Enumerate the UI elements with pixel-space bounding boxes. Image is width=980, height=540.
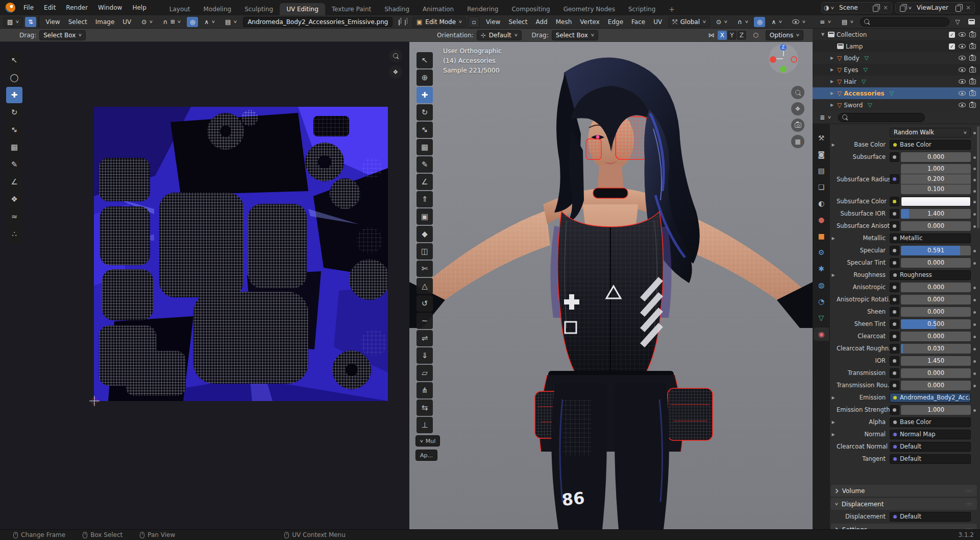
world-tab-icon[interactable]: ● <box>814 213 829 226</box>
vp-menu-mesh[interactable]: Mesh <box>552 18 576 26</box>
grab-icon[interactable]: ❖ <box>6 191 22 207</box>
property-link-field[interactable]: Default <box>890 442 971 452</box>
axis-z-handle[interactable]: Z <box>780 44 787 51</box>
outliner-row-body[interactable]: ▶▽Body▽ <box>813 52 980 64</box>
checkbox-toggle-icon[interactable]: ✓ <box>949 32 955 38</box>
material-tab-icon[interactable]: ◉ <box>814 327 829 341</box>
edge-slide-icon[interactable]: ⇌ <box>416 330 433 346</box>
property-slider[interactable]: 0.000 <box>901 381 971 390</box>
socket-decorator[interactable] <box>890 405 899 415</box>
outliner-row-eyes[interactable]: ▶▽Eyes▽ <box>813 64 980 76</box>
copy-scene-icon[interactable] <box>873 6 878 12</box>
camera-view-icon[interactable] <box>791 119 804 132</box>
property-dropdown[interactable]: Random Walk∨ <box>890 128 971 137</box>
properties-display-dropdown[interactable]: ≣∨ <box>816 112 835 123</box>
annotate-icon[interactable]: ✎ <box>416 156 433 173</box>
copy-viewlayer-icon[interactable] <box>955 6 961 12</box>
zoom-icon[interactable] <box>791 86 804 99</box>
vector-component[interactable]: 0.200 <box>901 174 971 184</box>
filter-funnel-icon[interactable]: ▽ <box>952 17 963 27</box>
browse-image-dropdown[interactable]: ▤∨ <box>221 17 241 27</box>
shear-icon[interactable]: ▱ <box>416 365 433 381</box>
vertex-mode-icon[interactable]: ▫ <box>469 17 480 27</box>
outliner-row-hair[interactable]: ▶▽Hair▽ <box>813 76 980 87</box>
socket-decorator[interactable] <box>890 209 899 219</box>
viewport-canvas[interactable]: 86 User Orthographic (14) Accessories Sa… <box>409 42 813 529</box>
transform-icon[interactable]: ▦ <box>6 139 22 155</box>
expander-icon[interactable]: ▶ <box>829 56 835 60</box>
expander-right-icon[interactable]: ▶ <box>830 420 837 425</box>
vector-component[interactable]: 0.100 <box>901 184 971 194</box>
eye-toggle-icon[interactable] <box>959 56 966 60</box>
property-slider[interactable]: 0.000 <box>901 307 971 317</box>
tab-scripting[interactable]: Scripting <box>622 3 662 15</box>
outliner-search-input[interactable] <box>860 17 949 27</box>
tab-uv-editing[interactable]: UV Editing <box>280 3 325 15</box>
property-link-field[interactable]: Andromeda_Body2_Acc... <box>890 393 971 403</box>
property-slider[interactable]: 1.000 <box>901 405 971 415</box>
property-link-field[interactable]: Metallic <box>890 233 971 243</box>
snap-projection-icon[interactable]: ⬡ <box>750 30 762 40</box>
eye-toggle-icon[interactable] <box>959 67 966 72</box>
animate-decorator[interactable] <box>971 406 978 413</box>
camera-toggle-icon[interactable] <box>969 79 976 84</box>
uv-menu-image[interactable]: Image <box>91 18 119 26</box>
new-collection-icon[interactable] <box>966 17 977 27</box>
camera-toggle-icon[interactable] <box>969 44 976 49</box>
tab-layout[interactable]: Layout <box>163 3 197 15</box>
animate-decorator[interactable] <box>971 296 978 303</box>
axis-y-handle[interactable] <box>780 66 787 73</box>
expander-icon[interactable]: ▶ <box>829 91 835 96</box>
move-icon[interactable]: ✚ <box>6 87 22 103</box>
navigation-gizmo[interactable]: Z <box>769 44 798 74</box>
menu-edit[interactable]: Edit <box>39 2 61 13</box>
measure-icon[interactable]: ∠ <box>416 174 433 190</box>
animate-decorator[interactable] <box>971 259 978 266</box>
socket-decorator[interactable] <box>890 332 899 341</box>
vp-menu-select[interactable]: Select <box>504 18 531 26</box>
falloff-dropdown[interactable]: ∧∨ <box>767 17 786 27</box>
outliner-display-dropdown[interactable]: ≡∨ <box>816 17 835 27</box>
property-slider[interactable]: 0.000 <box>901 221 971 231</box>
modifiers-tab-icon[interactable]: ⚙ <box>814 246 829 259</box>
uv-snap-dropdown[interactable]: ∩⊞∨ <box>159 17 185 27</box>
vp-menu-uv[interactable]: UV <box>649 18 666 26</box>
camera-toggle-icon[interactable] <box>969 32 976 37</box>
measure-icon[interactable]: ∠ <box>6 174 22 190</box>
socket-decorator[interactable] <box>890 356 899 366</box>
expander-right-icon[interactable]: ▶ <box>830 432 837 437</box>
property-link-field[interactable]: Base Color <box>890 140 971 150</box>
socket-decorator[interactable] <box>890 381 899 390</box>
mirror-axis-y[interactable]: Y <box>727 31 737 40</box>
physics-tab-icon[interactable]: ◍ <box>814 278 829 292</box>
render-tab-icon[interactable]: ◙ <box>814 148 829 161</box>
animate-decorator[interactable] <box>971 320 978 327</box>
animate-decorator[interactable] <box>971 247 978 254</box>
snap-dropdown[interactable]: ∩∨ <box>733 17 752 27</box>
tab-sculpting[interactable]: Sculpting <box>238 3 280 15</box>
vp-menu-vertex[interactable]: Vertex <box>576 18 604 26</box>
menu-file[interactable]: File <box>18 2 39 13</box>
expander-right-icon[interactable]: ▶ <box>830 236 837 241</box>
camera-toggle-icon[interactable] <box>969 56 976 61</box>
property-slider[interactable]: 0.000 <box>901 258 971 268</box>
socket-decorator[interactable] <box>890 295 899 304</box>
property-link-field[interactable]: Base Color <box>890 417 971 427</box>
animate-decorator[interactable] <box>971 369 978 377</box>
proportional-edit-toggle[interactable]: ◎ <box>754 17 765 27</box>
shrink-flatten-icon[interactable]: ⇓ <box>416 347 433 364</box>
eye-toggle-icon[interactable] <box>959 44 966 49</box>
outliner-row-sword[interactable]: ▶▽Sword▽ <box>813 99 980 111</box>
property-link-field[interactable]: Default <box>890 512 971 522</box>
bevel-icon[interactable]: ◆ <box>416 226 433 242</box>
property-slider[interactable]: 0.591 <box>901 246 971 255</box>
camera-toggle-icon[interactable] <box>969 91 976 96</box>
uv-canvas[interactable]: ↖◯✚↻↔▦✎∠❖≈∴ ❖ <box>0 42 409 529</box>
camera-toggle-icon[interactable] <box>969 103 976 108</box>
particles-tab-icon[interactable]: ✱ <box>814 262 829 275</box>
relax-icon[interactable]: ≈ <box>6 208 22 225</box>
property-slider[interactable]: 0.000 <box>901 283 971 292</box>
panel-header-displacement[interactable]: ∨Displacement∷∷ <box>831 498 977 510</box>
tool-tab-icon[interactable]: ⚒ <box>814 131 829 145</box>
tab-modeling[interactable]: Modeling <box>197 3 238 15</box>
